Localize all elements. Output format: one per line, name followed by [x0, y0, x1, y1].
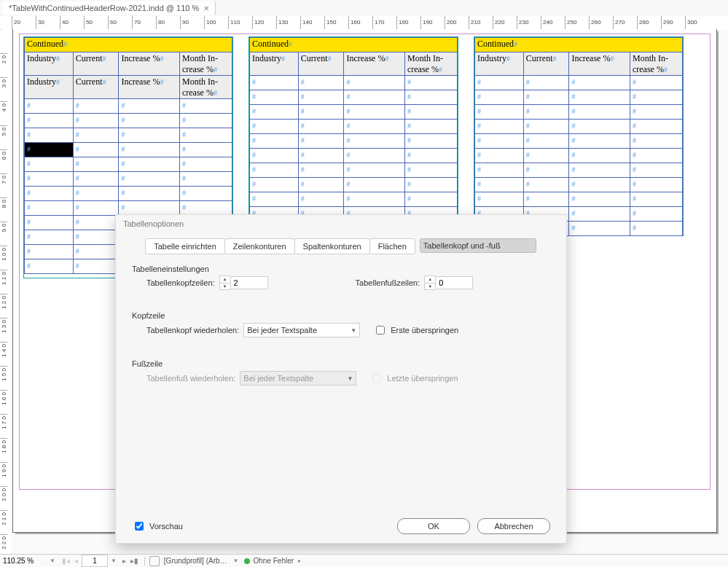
table-header-cell[interactable]: Industry#: [25, 52, 74, 76]
table-cell[interactable]: #: [25, 245, 74, 259]
table-row[interactable]: ####: [250, 90, 458, 105]
table-cell[interactable]: #: [404, 134, 457, 149]
footer-rows-input[interactable]: [435, 276, 473, 289]
table-header-cell[interactable]: Industry#: [250, 52, 299, 76]
table-cell[interactable]: #: [630, 178, 682, 192]
table-row[interactable]: ####: [475, 149, 683, 163]
table-continued-row[interactable]: Continued#: [25, 38, 232, 52]
table-row[interactable]: ####: [250, 134, 458, 149]
table-cell[interactable]: #: [73, 216, 119, 230]
chevron-down-icon[interactable]: ▼: [233, 558, 239, 564]
table-cell[interactable]: #: [250, 192, 299, 207]
table-cell[interactable]: #: [344, 76, 405, 90]
table-cell[interactable]: #: [250, 90, 299, 105]
table-cell[interactable]: #: [404, 76, 457, 90]
table-cell[interactable]: #: [475, 178, 524, 192]
table-cell[interactable]: #: [344, 134, 405, 149]
table-header-cell[interactable]: Month In-crease %#: [179, 52, 232, 76]
table-cell[interactable]: #: [179, 187, 232, 201]
next-page-button[interactable]: ▸: [120, 557, 130, 565]
table-cell[interactable]: #: [569, 222, 630, 236]
table-cell[interactable]: #: [25, 201, 74, 216]
chevron-up-icon[interactable]: ▲: [425, 276, 435, 284]
table-header-cell[interactable]: Increase %#: [119, 76, 180, 99]
table-header-cell[interactable]: Month In-crease %#: [179, 76, 232, 99]
table-header-cell[interactable]: Current#: [73, 76, 119, 99]
table-cell[interactable]: #: [73, 230, 119, 245]
table-row[interactable]: ####: [250, 105, 458, 120]
table-header-cell[interactable]: Month In-crease %#: [630, 52, 682, 76]
table-cell[interactable]: #: [569, 149, 630, 163]
close-document-icon[interactable]: ✕: [203, 4, 209, 12]
chevron-down-icon[interactable]: ▼: [50, 558, 55, 564]
table-cell[interactable]: #: [630, 192, 682, 207]
table-cell[interactable]: #: [250, 134, 299, 149]
table-header-cell[interactable]: Current#: [298, 52, 344, 76]
prev-page-button[interactable]: ◂: [71, 557, 82, 565]
table-cell[interactable]: #: [119, 114, 180, 128]
table-cell[interactable]: #: [404, 163, 457, 178]
table-cell[interactable]: #: [73, 187, 119, 201]
table-row[interactable]: ####: [25, 128, 232, 143]
chevron-right-icon[interactable]: ▸: [298, 558, 301, 564]
table-row[interactable]: ####: [475, 120, 683, 134]
document-tab[interactable]: *TableWithContinuedHeaderRow-2021.indd @…: [3, 1, 216, 15]
table-cell[interactable]: #: [25, 216, 74, 230]
table-row[interactable]: ####: [475, 105, 683, 120]
table-cell[interactable]: #: [298, 105, 344, 120]
table-cell[interactable]: #: [298, 178, 344, 192]
table-cell[interactable]: #: [119, 201, 180, 216]
tab-tabelle-einrichten[interactable]: Tabelle einrichten: [145, 238, 225, 254]
table-row[interactable]: ####: [25, 172, 232, 187]
table-cell[interactable]: #: [630, 163, 682, 178]
table-cell[interactable]: #: [73, 128, 119, 143]
table-row[interactable]: ####: [25, 99, 232, 114]
table-cell[interactable]: #: [630, 222, 682, 236]
table-row[interactable]: ####: [25, 114, 232, 128]
table-cell[interactable]: #: [569, 192, 630, 207]
table-cell[interactable]: #: [73, 245, 119, 259]
table-header-cell[interactable]: Industry#: [25, 76, 74, 99]
table-cell[interactable]: #: [119, 187, 180, 201]
tab-tabellenkopf-und-fu-[interactable]: Tabellenkopf und -fuß: [420, 238, 536, 253]
table-cell[interactable]: #: [179, 128, 232, 143]
table-cell[interactable]: #: [119, 128, 180, 143]
table-cell[interactable]: #: [179, 201, 232, 216]
table-cell[interactable]: #: [630, 76, 682, 90]
table-cell[interactable]: #: [25, 157, 74, 172]
table-cell[interactable]: #: [475, 90, 524, 105]
table-row[interactable]: ####: [475, 178, 683, 192]
chevron-down-icon[interactable]: ▼: [220, 284, 230, 290]
table-cell[interactable]: #: [523, 105, 569, 120]
table-cell[interactable]: #: [73, 157, 119, 172]
table-cell[interactable]: #: [25, 114, 74, 128]
table-cell[interactable]: #: [344, 149, 405, 163]
errors-label[interactable]: Ohne Fehler: [253, 557, 294, 565]
table-cell[interactable]: #: [298, 120, 344, 134]
table-row[interactable]: ####: [250, 163, 458, 178]
table-cell[interactable]: #: [569, 90, 630, 105]
ruler-origin-corner[interactable]: [0, 16, 12, 30]
table-cell[interactable]: #: [404, 90, 457, 105]
table-cell[interactable]: #: [475, 163, 524, 178]
table-row[interactable]: ####: [475, 163, 683, 178]
table-cell[interactable]: #: [250, 149, 299, 163]
table-cell[interactable]: #: [73, 114, 119, 128]
table-row[interactable]: ####: [25, 201, 232, 216]
table-cell[interactable]: #: [250, 76, 299, 90]
table-cell[interactable]: #: [475, 120, 524, 134]
table-cell[interactable]: #: [344, 90, 405, 105]
table-cell[interactable]: #: [475, 149, 524, 163]
text-frame-2[interactable]: Continued#Industry#Current#Increase %#Mo…: [248, 36, 458, 236]
table-cell[interactable]: #: [73, 172, 119, 187]
table-cell[interactable]: #: [630, 90, 682, 105]
table-cell[interactable]: #: [25, 99, 74, 114]
table-cell[interactable]: #: [404, 178, 457, 192]
table-cell[interactable]: #: [404, 120, 457, 134]
table-cell[interactable]: #: [179, 157, 232, 172]
table-cell[interactable]: #: [298, 149, 344, 163]
vertical-ruler[interactable]: 2 03 04 05 06 07 08 09 01 0 01 1 01 2 01…: [0, 29, 12, 555]
first-page-button[interactable]: ▮◂: [61, 557, 71, 565]
table-row[interactable]: ####: [250, 120, 458, 134]
table-cell[interactable]: #: [250, 120, 299, 134]
